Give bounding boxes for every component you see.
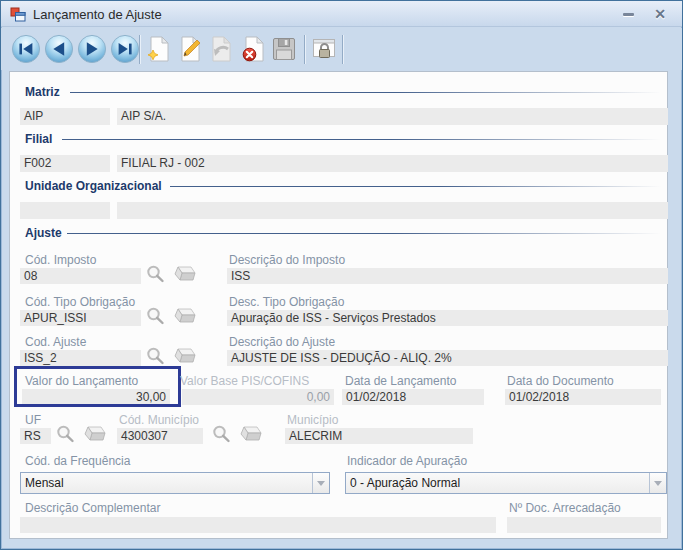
cod-imposto-label: Cód. Imposto [25, 253, 96, 267]
valor-lancamento-field[interactable]: 30,00 [22, 389, 170, 405]
form-panel: Matriz AIP AIP S/A. Filial F002 FILIAL R… [9, 71, 668, 539]
previous-record-button[interactable] [44, 34, 74, 64]
delete-record-button[interactable] [240, 34, 270, 64]
matriz-code-field[interactable]: AIP [20, 108, 110, 125]
section-divider [170, 186, 661, 187]
section-title-ajuste: Ajuste [25, 226, 62, 240]
section-divider [70, 92, 661, 93]
previous-record-icon [44, 34, 74, 64]
undo-icon [208, 34, 236, 64]
chevron-down-icon [317, 481, 325, 486]
cod-municipio-label: Cód. Município [119, 413, 199, 427]
edit-record-button[interactable] [177, 34, 207, 64]
toolbar [1, 28, 682, 70]
valor-base-pis-cofins-label: Valor Base PIS/COFINS [180, 374, 309, 388]
desc-ajuste-field[interactable]: AJUSTE DE ISS - DEDUÇÃO - ALIQ. 2% [227, 350, 668, 366]
search-icon[interactable] [145, 306, 166, 327]
cod-frequencia-label: Cód. da Frequência [25, 454, 130, 468]
form-icon [10, 6, 26, 22]
section-divider [67, 233, 661, 234]
section-title-filial: Filial [25, 132, 52, 146]
dropdown-button[interactable] [312, 473, 329, 493]
matriz-name-field[interactable]: AIP S/A. [117, 108, 668, 125]
section-title-unidade-organizacional: Unidade Organizacional [25, 179, 162, 193]
close-button[interactable]: ✕ [648, 5, 672, 23]
lock-button[interactable] [310, 34, 340, 64]
toolbar-separator [304, 35, 306, 64]
uf-label: UF [25, 413, 41, 427]
num-doc-arrecadacao-field[interactable] [507, 517, 661, 533]
data-lancamento-label: Data de Lançamento [345, 374, 456, 388]
data-lancamento-field[interactable]: 01/02/2018 [342, 389, 484, 405]
valor-base-pis-cofins-field[interactable]: 0,00 [182, 389, 334, 405]
search-icon[interactable] [211, 424, 232, 445]
next-record-button[interactable] [77, 34, 107, 64]
unidade-name-field[interactable] [117, 202, 668, 219]
close-icon: ✕ [654, 6, 666, 22]
dropdown-button[interactable] [649, 473, 666, 493]
search-icon[interactable] [55, 424, 76, 445]
section-divider [62, 139, 661, 140]
desc-tipo-obrigacao-field[interactable]: Apuração de ISS - Serviços Prestados [227, 310, 668, 326]
cod-tipo-obrigacao-field[interactable]: APUR_ISSI [20, 310, 141, 326]
eraser-icon[interactable] [171, 307, 197, 326]
descricao-complementar-label: Descrição Complementar [25, 501, 160, 515]
desc-imposto-field[interactable]: ISS [227, 268, 668, 284]
valor-lancamento-label: Valor do Lançamento [25, 374, 138, 388]
eraser-icon[interactable] [81, 425, 107, 444]
save-button[interactable] [270, 34, 300, 64]
search-icon[interactable] [145, 346, 166, 367]
cod-tipo-obrigacao-label: Cód. Tipo Obrigação [25, 295, 135, 309]
minimize-icon [623, 13, 634, 16]
save-icon [270, 34, 298, 64]
cod-ajuste-label: Cod. Ajuste [25, 335, 86, 349]
chevron-down-icon [654, 481, 662, 486]
municipio-field[interactable]: ALECRIM [285, 428, 473, 444]
undo-button[interactable] [208, 34, 238, 64]
window-lancamento-de-ajuste: Lançamento de Ajuste ✕ [0, 0, 683, 550]
desc-tipo-obrigacao-label: Desc. Tipo Obrigação [229, 295, 344, 309]
toolbar-separator [139, 35, 141, 64]
title-bar: Lançamento de Ajuste ✕ [1, 1, 682, 27]
lock-icon [310, 34, 338, 64]
window-title: Lançamento de Ajuste [33, 7, 162, 22]
toolbar-separator [342, 35, 344, 64]
edit-record-icon [177, 34, 205, 64]
new-record-button[interactable] [145, 34, 175, 64]
municipio-label: Município [287, 413, 338, 427]
section-title-matriz: Matriz [25, 85, 60, 99]
cod-municipio-field[interactable]: 4300307 [117, 428, 203, 444]
eraser-icon[interactable] [171, 347, 197, 366]
cod-imposto-field[interactable]: 08 [20, 268, 141, 284]
search-icon[interactable] [145, 264, 166, 285]
unidade-code-field[interactable] [20, 202, 110, 219]
indicador-apuracao-value: 0 - Apuração Normal [350, 476, 460, 490]
last-record-button[interactable] [110, 34, 140, 64]
first-record-icon [11, 34, 41, 64]
desc-ajuste-label: Descrição do Ajuste [229, 335, 335, 349]
eraser-icon[interactable] [237, 425, 263, 444]
indicador-apuracao-label: Indicador de Apuração [347, 454, 467, 468]
eraser-icon[interactable] [171, 265, 197, 284]
new-record-icon [145, 34, 173, 64]
filial-code-field[interactable]: F002 [20, 155, 110, 172]
last-record-icon [110, 34, 140, 64]
uf-field[interactable]: RS [20, 428, 51, 444]
next-record-icon [77, 34, 107, 64]
cod-frequencia-select[interactable]: Mensal [20, 472, 330, 494]
data-documento-label: Data do Documento [507, 374, 614, 388]
indicador-apuracao-select[interactable]: 0 - Apuração Normal [345, 472, 667, 494]
cod-frequencia-value: Mensal [25, 476, 64, 490]
delete-record-icon [240, 34, 268, 64]
desc-imposto-label: Descrição do Imposto [229, 253, 345, 267]
cod-ajuste-field[interactable]: ISS_2 [20, 350, 141, 366]
first-record-button[interactable] [11, 34, 41, 64]
descricao-complementar-field[interactable] [20, 517, 496, 533]
num-doc-arrecadacao-label: Nº Doc. Arrecadação [509, 501, 621, 515]
filial-name-field[interactable]: FILIAL RJ - 002 [117, 155, 668, 172]
minimize-button[interactable] [616, 5, 640, 23]
data-documento-field[interactable]: 01/02/2018 [505, 389, 661, 405]
